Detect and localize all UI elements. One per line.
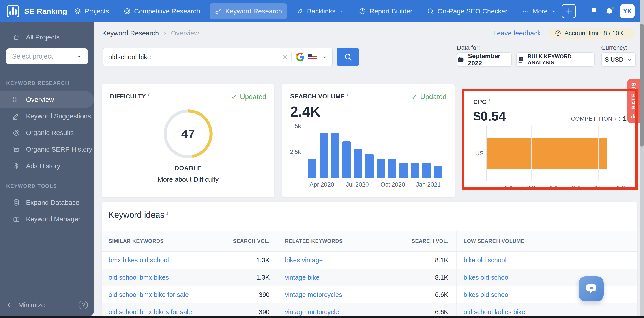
keyword-search-input[interactable]	[108, 53, 278, 61]
column-header-low-search-volume[interactable]: LOW SEARCH VOLUME	[457, 231, 637, 251]
sv-bar	[411, 163, 419, 178]
brand-name: SE Ranking	[24, 7, 67, 16]
info-icon[interactable]: i	[615, 117, 616, 120]
clear-input-icon[interactable]: ×	[282, 53, 287, 61]
keyword-link[interactable]: vintage motorcycles	[285, 291, 342, 298]
keyword-link[interactable]: old school bmx bike for sale	[108, 291, 189, 298]
sidebar-item-keyword-suggestions[interactable]: Keyword Suggestions	[0, 108, 94, 124]
nav-item-competitive-research[interactable]: Competitive Research	[118, 3, 205, 19]
cpc-chart: US 0.10.20.30.40.50.6	[473, 125, 626, 192]
column-header-related-keywords[interactable]: RELATED KEYWORDS	[278, 231, 395, 251]
currency-select[interactable]: $ USD	[601, 53, 636, 67]
keyword-link[interactable]: bikes old school	[464, 274, 510, 281]
sv-bar	[377, 159, 385, 178]
sidebar-item-organic-results[interactable]: Organic Results	[0, 124, 94, 141]
keyword-link[interactable]: bike old school	[464, 257, 506, 264]
chat-widget-button[interactable]	[578, 276, 604, 301]
keyword-link[interactable]: bmx bikes old school	[108, 257, 169, 264]
sidebar-list-keyword-tools: Expand Database Keyword Manager	[0, 194, 94, 227]
cpc-xtick-label: 0.2	[527, 185, 536, 192]
leave-feedback-link[interactable]: Leave feedback	[493, 29, 541, 37]
search-check-icon	[427, 8, 434, 15]
breadcrumb-overview: Overview	[171, 29, 199, 37]
cpc-xlabels: 0.10.20.30.40.50.6	[486, 185, 625, 192]
scrollbar-track[interactable]	[640, 0, 644, 318]
search-icon	[344, 53, 352, 61]
notifications-button[interactable]	[605, 7, 614, 16]
keyword-ideas-card: Keyword ideasi SIMILAR KEYWORDS SEARCH V…	[102, 202, 637, 316]
sv-bar	[354, 149, 362, 178]
briefcase-icon	[12, 215, 20, 223]
more-about-difficulty-link[interactable]: More about Difficulty	[158, 176, 219, 184]
chevron-down-icon[interactable]	[321, 54, 327, 60]
chevron-down-icon	[76, 53, 82, 59]
info-icon[interactable]: i	[166, 210, 168, 216]
nav-item-report-builder[interactable]: Report Builder	[354, 3, 418, 19]
avatar[interactable]: YK	[620, 4, 634, 18]
bullseye-icon	[124, 8, 131, 15]
rate-us-tab[interactable]: RATE US	[628, 79, 640, 123]
nav-item-more[interactable]: More	[517, 3, 562, 19]
top-navbar: SE Ranking Projects Competitive Research…	[0, 0, 644, 23]
us-flag-icon[interactable]	[308, 54, 317, 60]
grid-icon	[12, 96, 20, 103]
cpc-xtick-label: 0.1	[504, 185, 513, 192]
brand-area[interactable]: SE Ranking	[7, 5, 69, 18]
sv-bar	[422, 163, 430, 178]
info-icon[interactable]: i	[347, 93, 348, 97]
sv-xtick-label: Jul 2020	[346, 181, 369, 188]
nav-item-onpage-seo-checker[interactable]: On-Page SEO Checker	[422, 3, 512, 19]
sidebar-item-organic-serp-history[interactable]: Organic SERP History	[0, 141, 94, 158]
gauge-icon	[555, 30, 561, 37]
breadcrumb-bar: Keyword Research › Overview Leave feedba…	[102, 27, 635, 40]
sidebar-divider	[0, 177, 94, 177]
cpc-value: $0.54	[473, 108, 506, 123]
flag-icon[interactable]	[590, 7, 598, 16]
minimize-button[interactable]: Minimize	[6, 301, 45, 309]
column-header-search-vol-1[interactable]: SEARCH VOL.	[216, 231, 278, 251]
add-button[interactable]	[562, 4, 576, 18]
help-button[interactable]: ?	[79, 300, 88, 309]
similar-search-vol-cell: 1.3K	[216, 252, 278, 269]
search-volume-value: 2.4K	[290, 103, 320, 120]
sidebar-item-overview[interactable]: Overview	[0, 91, 94, 108]
related-search-vol-cell: 6.6K	[395, 303, 457, 316]
cpc-gridline	[554, 126, 554, 181]
sidebar-item-expand-database[interactable]: Expand Database	[0, 194, 94, 211]
date-picker-button[interactable]: September 2022	[457, 53, 512, 67]
sidebar-section-keyword-tools: KEYWORD TOOLS	[0, 183, 94, 189]
keyword-link[interactable]: old school bmx bikes for sale	[108, 308, 192, 316]
competition-indicator: COMPETITION i : 1	[571, 115, 626, 122]
sidebar-item-ads-history[interactable]: $ Ads History	[0, 158, 94, 174]
info-icon[interactable]: i	[148, 93, 149, 97]
search-button[interactable]	[337, 48, 359, 66]
google-logo-icon[interactable]	[296, 53, 304, 61]
keyword-link[interactable]: bikes old school	[464, 291, 510, 298]
keyword-link[interactable]: bikes vintage	[285, 257, 323, 264]
select-project-dropdown[interactable]: Select project	[6, 48, 88, 64]
similar-search-vol-cell: 1.3K	[216, 269, 278, 286]
column-header-search-vol-2[interactable]: SEARCH VOL.	[395, 231, 457, 251]
keyword-link[interactable]: vintage motorcycle	[285, 308, 339, 316]
sv-ytick-label: 5k	[295, 122, 301, 129]
scrollbar-thumb[interactable]	[640, 24, 644, 147]
database-icon	[12, 199, 20, 206]
info-icon[interactable]: i	[488, 98, 490, 103]
keyword-link[interactable]: old school ladies bike	[464, 308, 525, 316]
keyword-link[interactable]: vintage bike	[285, 274, 320, 281]
keyword-link[interactable]: old school bmx bikes	[108, 274, 169, 281]
bulk-keyword-analysis-button[interactable]: BULK KEYWORD ANALYSIS	[516, 53, 594, 67]
breadcrumb-keyword-research[interactable]: Keyword Research	[102, 29, 159, 37]
nav-right-controls: YK	[562, 4, 634, 18]
nav-item-keyword-research[interactable]: Keyword Research	[210, 3, 287, 19]
search-volume-card: SEARCH VOLUMEi ✓Updated 2.4K 5k2.5k Apr …	[282, 84, 454, 197]
column-header-similar-keywords[interactable]: SIMILAR KEYWORDS	[102, 231, 216, 251]
search-volume-plot: 5k2.5k	[304, 126, 446, 178]
data-for-label: Data for:	[457, 44, 480, 51]
nav-item-projects[interactable]: Projects	[69, 3, 114, 19]
sidebar-item-keyword-manager[interactable]: Keyword Manager	[0, 211, 94, 227]
nav-item-backlinks[interactable]: Backlinks	[291, 3, 349, 19]
sidebar-item-all-projects[interactable]: All Projects	[0, 31, 94, 44]
home-icon	[12, 33, 20, 41]
sv-bar	[365, 154, 374, 178]
